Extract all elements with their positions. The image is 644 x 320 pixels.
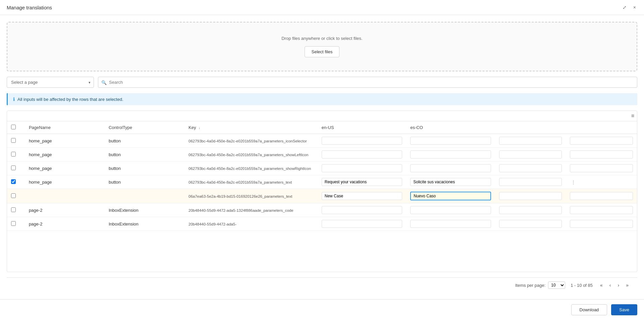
modal-container: Manage translations ⤢ × Drop files anywh…: [0, 0, 644, 320]
first-page-button[interactable]: «: [598, 281, 605, 289]
row-enus[interactable]: [318, 189, 407, 203]
row-pagename: [25, 189, 105, 203]
row-checkbox[interactable]: [11, 152, 16, 156]
extra1-input[interactable]: [499, 150, 562, 158]
row-checkbox-cell[interactable]: [7, 189, 25, 203]
save-button[interactable]: Save: [611, 304, 637, 315]
extra1-input[interactable]: [499, 192, 562, 200]
row-controltype: InboxExtension: [105, 217, 184, 231]
table-container: ≡ PageName ControlType: [7, 111, 637, 272]
row-key: 20b48440-55d9-4472-ada5-: [184, 217, 318, 231]
esco-input[interactable]: [410, 150, 491, 158]
esco-input[interactable]: [410, 164, 491, 172]
col-header-key[interactable]: Key ↓: [184, 121, 318, 134]
esco-input[interactable]: [410, 220, 491, 228]
enus-input[interactable]: [322, 137, 402, 145]
extra1-input[interactable]: [499, 137, 562, 145]
row-esco[interactable]: [406, 189, 495, 203]
row-extra2[interactable]: [566, 203, 637, 217]
select-all-checkbox[interactable]: [11, 125, 16, 129]
esco-input-editing[interactable]: [410, 192, 491, 200]
row-key: 06a7ea63-5e2a-4b19-bd15-016920126e26_par…: [184, 189, 318, 203]
row-enus[interactable]: [318, 203, 407, 217]
search-input[interactable]: [98, 77, 637, 88]
row-esco[interactable]: [406, 148, 495, 162]
row-extra2[interactable]: [566, 134, 637, 148]
esco-input[interactable]: [410, 178, 491, 186]
items-per-page-select[interactable]: 10 25 50 100: [548, 281, 565, 289]
enus-input[interactable]: [322, 192, 402, 200]
row-esco[interactable]: [406, 134, 495, 148]
row-extra1[interactable]: [495, 203, 566, 217]
enus-input[interactable]: [322, 206, 402, 214]
row-extra2[interactable]: [566, 217, 637, 231]
extra2-input[interactable]: [570, 137, 633, 145]
row-checkbox[interactable]: [11, 166, 16, 170]
select-files-button[interactable]: Select files: [305, 46, 340, 57]
row-enus[interactable]: [318, 134, 407, 148]
row-checkbox-cell[interactable]: [7, 134, 25, 148]
esco-input[interactable]: [410, 137, 491, 145]
row-extra2[interactable]: [566, 189, 637, 203]
drop-zone[interactable]: Drop files anywhere or click to select f…: [7, 22, 637, 71]
extra1-input[interactable]: [499, 206, 562, 214]
extra2-input[interactable]: [570, 206, 633, 214]
page-select[interactable]: Select a page: [7, 77, 94, 88]
row-checkbox[interactable]: [11, 179, 16, 184]
close-button[interactable]: ×: [632, 3, 637, 11]
extra1-input[interactable]: [499, 220, 562, 228]
enus-input[interactable]: [322, 150, 402, 158]
info-banner: ℹ All inputs will be affected by the row…: [7, 93, 637, 105]
row-checkbox-cell[interactable]: [7, 217, 25, 231]
row-checkbox[interactable]: [11, 207, 16, 212]
row-checkbox[interactable]: [11, 221, 16, 226]
select-all-checkbox-header[interactable]: [7, 121, 25, 134]
extra1-input[interactable]: [499, 164, 562, 172]
row-esco[interactable]: [406, 217, 495, 231]
row-enus[interactable]: [318, 162, 407, 175]
row-extra1[interactable]: [495, 134, 566, 148]
row-extra1[interactable]: [495, 148, 566, 162]
pagination-row: Items per page: 10 25 50 100 1 - 10 of 8…: [7, 277, 637, 293]
extra2-input[interactable]: [570, 192, 633, 200]
row-extra1[interactable]: [495, 162, 566, 175]
esco-input[interactable]: [410, 206, 491, 214]
row-enus[interactable]: [318, 175, 407, 189]
modal-header: Manage translations ⤢ ×: [0, 0, 644, 15]
row-checkbox-cell[interactable]: [7, 148, 25, 162]
modal-title: Manage translations: [7, 5, 52, 10]
row-extra1[interactable]: [495, 175, 566, 189]
row-checkbox[interactable]: [11, 138, 16, 143]
table-settings-icon[interactable]: ≡: [631, 113, 634, 119]
row-enus[interactable]: [318, 217, 407, 231]
row-checkbox-cell[interactable]: [7, 162, 25, 175]
extra1-input[interactable]: [499, 178, 562, 186]
row-pagename: home_page: [25, 134, 105, 148]
row-esco[interactable]: [406, 175, 495, 189]
extra2-input[interactable]: [570, 220, 633, 228]
row-checkbox-cell[interactable]: [7, 175, 25, 189]
page-select-wrapper: Select a page ▾: [7, 77, 94, 88]
row-menu-icon[interactable]: ⋮: [570, 178, 577, 186]
row-extra1[interactable]: [495, 189, 566, 203]
enus-input[interactable]: [322, 220, 402, 228]
row-esco[interactable]: [406, 162, 495, 175]
last-page-button[interactable]: »: [624, 281, 631, 289]
enus-input[interactable]: [322, 164, 402, 172]
extra2-input[interactable]: [570, 164, 633, 172]
extra2-input[interactable]: [570, 150, 633, 158]
table-row: page-2 InboxExtension 20b48440-55d9-4472…: [7, 217, 637, 231]
row-extra2[interactable]: [566, 148, 637, 162]
row-checkbox-cell[interactable]: [7, 203, 25, 217]
next-page-button[interactable]: ›: [616, 281, 622, 289]
enus-input[interactable]: [322, 178, 402, 186]
row-checkbox[interactable]: [11, 193, 16, 198]
row-enus[interactable]: [318, 148, 407, 162]
row-extra1[interactable]: [495, 217, 566, 231]
minimize-button[interactable]: ⤢: [621, 3, 628, 11]
prev-page-button[interactable]: ‹: [607, 281, 613, 289]
row-esco[interactable]: [406, 203, 495, 217]
row-extra2[interactable]: [566, 162, 637, 175]
info-icon: ℹ: [13, 97, 15, 102]
download-button[interactable]: Download: [571, 304, 607, 315]
